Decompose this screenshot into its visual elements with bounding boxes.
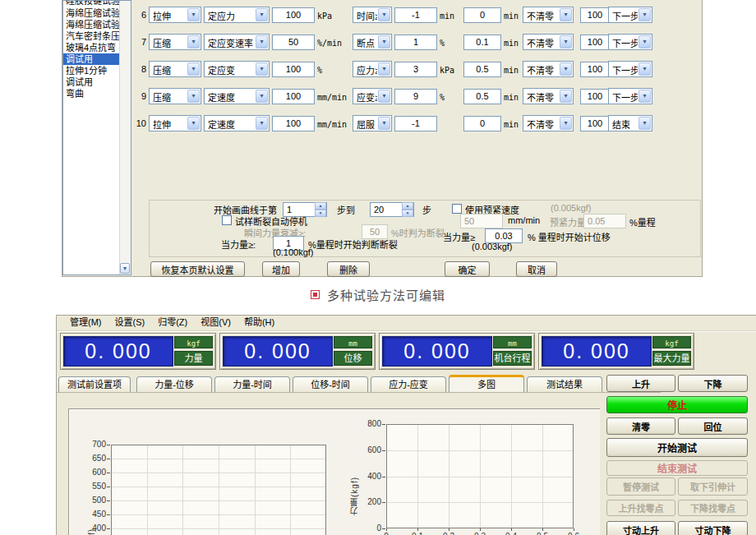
condition-dropdown[interactable]: 应变≥▾ bbox=[353, 88, 392, 104]
listbox-scrollbar[interactable]: ▾ bbox=[119, 1, 131, 274]
mode-dropdown[interactable]: 定应变▾ bbox=[204, 61, 270, 77]
scroll-down-button[interactable]: ▾ bbox=[120, 263, 130, 274]
chevron-down-icon: ▾ bbox=[123, 265, 127, 272]
clear-mode-dropdown[interactable]: 不清零▾ bbox=[523, 115, 574, 131]
spinner-down-icon[interactable]: ▼ bbox=[315, 210, 326, 217]
pretension-speed-input[interactable] bbox=[460, 214, 503, 228]
menu-item[interactable]: 设置(S) bbox=[115, 316, 145, 330]
method-listbox[interactable]: 硅胶按键试验海绵压缩试验1海绵压缩试验2汽车密封条压缩玻璃4点抗弯调试用拉伸1分… bbox=[62, 0, 131, 275]
spinner-up-icon[interactable]: ▲ bbox=[402, 202, 413, 210]
chevron-down-icon: ▾ bbox=[378, 117, 390, 130]
mode-dropdown[interactable]: 定应力▾ bbox=[204, 7, 270, 23]
direction-dropdown[interactable]: 拉伸▾ bbox=[149, 115, 201, 131]
tab-位移-时间[interactable]: 位移-时间 bbox=[293, 376, 368, 392]
condition-value-input[interactable] bbox=[394, 62, 437, 77]
control-button-回位[interactable]: 回位 bbox=[678, 417, 748, 435]
value-input[interactable] bbox=[272, 62, 315, 77]
hold-time-input[interactable] bbox=[463, 7, 501, 23]
tab-测试前设置项[interactable]: 测试前设置项 bbox=[58, 376, 131, 392]
range-percent-input[interactable] bbox=[580, 62, 610, 77]
tab-力量-时间[interactable]: 力量-时间 bbox=[214, 376, 290, 392]
clear-mode-dropdown[interactable]: 不清零▾ bbox=[523, 61, 574, 77]
clear-mode-dropdown[interactable]: 不清零▾ bbox=[523, 34, 574, 50]
pretension-force-input[interactable] bbox=[583, 214, 626, 228]
readout-value: 0. 000 bbox=[542, 336, 652, 367]
control-button-下降[interactable]: 下降 bbox=[678, 375, 748, 392]
hold-time-input[interactable] bbox=[463, 35, 501, 50]
y-tick-label: 600 bbox=[357, 445, 381, 454]
menu-item[interactable]: 归零(Z) bbox=[158, 316, 187, 330]
gridline bbox=[219, 445, 219, 535]
range-percent-input[interactable] bbox=[580, 89, 610, 104]
spinner-arrows[interactable]: ▲▼ bbox=[402, 202, 413, 215]
control-button-上升[interactable]: 上升 bbox=[606, 375, 675, 392]
next-action-dropdown[interactable]: 下一步▾ bbox=[608, 7, 652, 23]
control-button-寸动下降[interactable]: 寸动下降 bbox=[678, 521, 748, 535]
spinner-up-icon[interactable]: ▲ bbox=[315, 202, 326, 210]
spinner-arrows[interactable]: ▲▼ bbox=[315, 202, 326, 215]
control-button-停止[interactable]: 停止 bbox=[606, 396, 748, 413]
clear-mode-dropdown[interactable]: 不清零▾ bbox=[523, 7, 574, 23]
tab-多图[interactable]: 多图 bbox=[449, 375, 524, 392]
condition-unit-label: % bbox=[440, 37, 461, 48]
readout-label-badge: 机台行程 bbox=[493, 351, 532, 366]
y-tick-label: 600 bbox=[82, 468, 106, 477]
condition-dropdown[interactable]: 断点▾ bbox=[353, 34, 392, 50]
direction-dropdown[interactable]: 压缩▾ bbox=[149, 88, 201, 104]
control-button-寸动上升[interactable]: 寸动上升 bbox=[606, 521, 675, 535]
tick-mark bbox=[107, 528, 110, 529]
control-button-开始测试[interactable]: 开始测试 bbox=[606, 438, 748, 457]
break-autostop-checkbox[interactable] bbox=[222, 215, 232, 225]
x-tick-label: 0.2 bbox=[439, 532, 459, 535]
curve-to-spinner[interactable]: ▲▼ bbox=[370, 201, 414, 216]
range-percent-input[interactable] bbox=[580, 35, 610, 50]
direction-dropdown[interactable]: 压缩▾ bbox=[149, 34, 201, 50]
direction-dropdown[interactable]: 拉伸▾ bbox=[149, 7, 201, 23]
next-action-dropdown[interactable]: 下一步▾ bbox=[608, 61, 652, 77]
y-tick-label: 550 bbox=[82, 482, 106, 491]
next-action-dropdown[interactable]: 结束▾ bbox=[608, 115, 652, 131]
condition-dropdown-value: 时间≥ bbox=[357, 9, 377, 22]
clear-mode-dropdown[interactable]: 不清零▾ bbox=[523, 88, 574, 104]
delete-button[interactable]: 删除 bbox=[327, 261, 370, 277]
tab-测试结果[interactable]: 测试结果 bbox=[527, 376, 602, 392]
pretension-note: (0.005kgf) bbox=[551, 203, 592, 213]
mode-dropdown[interactable]: 定速度▾ bbox=[204, 115, 270, 131]
range-percent-input[interactable] bbox=[580, 7, 610, 23]
mode-dropdown[interactable]: 定应变速率▾ bbox=[204, 34, 270, 50]
menu-item[interactable]: 视图(V) bbox=[201, 316, 231, 330]
condition-value-input[interactable] bbox=[394, 116, 437, 131]
menu-item[interactable]: 管理(M) bbox=[70, 316, 102, 330]
condition-dropdown[interactable]: 时间≥▾ bbox=[353, 7, 392, 23]
hold-time-input[interactable] bbox=[463, 62, 501, 77]
test-method-dialog: 硅胶按键试验海绵压缩试验1海绵压缩试验2汽车密封条压缩玻璃4点抗弯调试用拉伸1分… bbox=[62, 0, 703, 277]
condition-value-input[interactable] bbox=[394, 35, 437, 50]
value-input[interactable] bbox=[272, 35, 315, 50]
hold-time-input[interactable] bbox=[463, 116, 501, 131]
ok-button[interactable]: 确定 bbox=[445, 261, 490, 277]
pretension-checkbox[interactable] bbox=[452, 204, 462, 214]
cancel-button[interactable]: 取消 bbox=[516, 261, 557, 277]
tab-力量-位移[interactable]: 力量-位移 bbox=[136, 376, 212, 392]
range-percent-input[interactable] bbox=[580, 116, 610, 131]
readout-value: 0. 000 bbox=[382, 336, 492, 367]
direction-dropdown[interactable]: 压缩▾ bbox=[149, 61, 201, 77]
condition-dropdown[interactable]: 屈服▾ bbox=[353, 115, 392, 131]
value-input[interactable] bbox=[272, 89, 315, 104]
next-action-dropdown[interactable]: 下一步▾ bbox=[608, 88, 652, 104]
restore-defaults-button[interactable]: 恢复本页默认设置 bbox=[150, 261, 245, 277]
tab-bar: 测试前设置项力量-位移力量-时间位移-时间应力-应变多图测试结果 bbox=[57, 375, 661, 392]
condition-value-input[interactable] bbox=[394, 7, 437, 23]
next-action-dropdown[interactable]: 下一步▾ bbox=[608, 34, 652, 50]
menu-item[interactable]: 帮助(H) bbox=[244, 316, 274, 330]
control-button-清零[interactable]: 清零 bbox=[606, 417, 675, 435]
mode-dropdown[interactable]: 定速度▾ bbox=[204, 88, 270, 104]
add-button[interactable]: 增加 bbox=[262, 261, 300, 277]
spinner-down-icon[interactable]: ▼ bbox=[402, 210, 413, 217]
value-input[interactable] bbox=[272, 7, 315, 23]
hold-time-input[interactable] bbox=[463, 89, 501, 104]
condition-dropdown[interactable]: 应力≥▾ bbox=[353, 61, 392, 77]
value-input[interactable] bbox=[272, 116, 315, 131]
condition-value-input[interactable] bbox=[394, 89, 437, 104]
tab-应力-应变[interactable]: 应力-应变 bbox=[371, 376, 446, 392]
